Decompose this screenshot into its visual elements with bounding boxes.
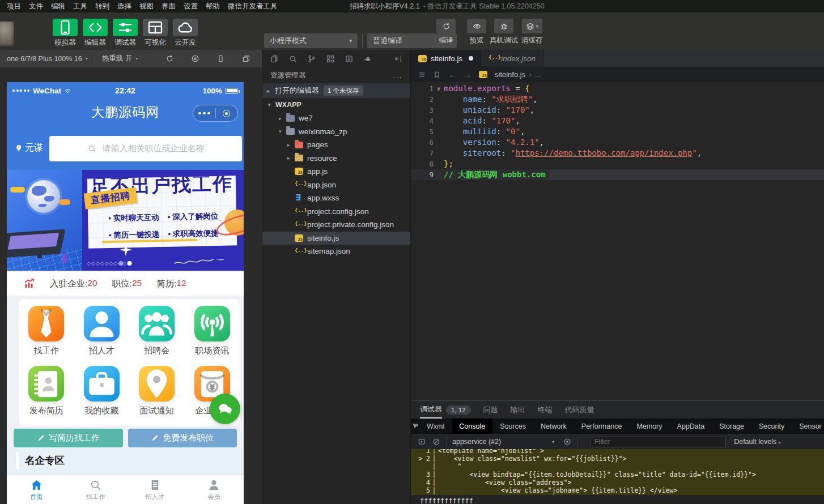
- tab-bar-item[interactable]: 会员: [185, 475, 244, 504]
- devtools-tab[interactable]: Console: [452, 418, 492, 434]
- console-output[interactable]: 1|<template name="njoblist" >> 2| <view …: [411, 449, 824, 504]
- avatar[interactable]: [0, 22, 14, 46]
- editor-tab[interactable]: siteinfo.js: [411, 50, 481, 67]
- file-tree-row[interactable]: app.json: [262, 178, 410, 192]
- toolbar-action[interactable]: ▾ 清缓存: [521, 19, 543, 45]
- debugger-tab[interactable]: 输出: [511, 401, 525, 418]
- activity-bar-icon[interactable]: [270, 54, 279, 63]
- devtools-tab[interactable]: Sources: [492, 418, 533, 434]
- debugger-tab[interactable]: 调试器 1, 12: [420, 401, 471, 418]
- debugger-tab[interactable]: 终端: [538, 401, 553, 418]
- file-tree-row[interactable]: app.js: [262, 165, 410, 178]
- menu-item[interactable]: 微信开发者工具: [228, 2, 278, 11]
- activity-bar-icon[interactable]: [288, 54, 298, 63]
- file-tree-row[interactable]: project.config.json: [262, 205, 410, 219]
- menu-item[interactable]: 视图: [139, 2, 154, 11]
- inspect-element-icon[interactable]: [411, 422, 419, 430]
- file-tree-row[interactable]: ▾ weixinmao_zp: [262, 125, 410, 139]
- chat-fab[interactable]: [210, 394, 240, 424]
- carousel-dots[interactable]: [119, 261, 132, 266]
- device-select[interactable]: one 6/7/8 Plus 100% 16 ▾: [0, 50, 95, 67]
- tab-bar-item[interactable]: 招人才: [125, 475, 185, 504]
- banner-carousel[interactable]: 足不出户找工作 • 实时聊天互动 • 深入了解岗位 • 简历一键投递 • 求职高…: [7, 170, 244, 271]
- code-editor[interactable]: 1∨module.exports = {2 name: "求职招聘",3 uni…: [411, 82, 824, 180]
- menu-item[interactable]: 项目: [7, 2, 21, 11]
- devtools-tab[interactable]: Sensor: [792, 418, 824, 434]
- tab-bar-item[interactable]: 找工作: [66, 475, 126, 504]
- log-levels-select[interactable]: Default levels ▾: [734, 438, 781, 446]
- menu-item[interactable]: 转到: [95, 2, 109, 11]
- location-picker[interactable]: 元谋: [15, 142, 43, 154]
- file-tree-row[interactable]: siteinfo.js: [262, 232, 410, 245]
- menu-item[interactable]: 选择: [117, 2, 131, 11]
- toolbar-action[interactable]: 预览: [467, 19, 486, 45]
- panel-toggle-button[interactable]: 调试器: [112, 19, 138, 48]
- feature-grid-item[interactable]: 发布简历: [19, 366, 74, 421]
- toolbar-action[interactable]: 编译: [436, 19, 456, 45]
- live-expression-icon[interactable]: [563, 438, 571, 446]
- execution-context-select[interactable]: appservice (#2) ▾: [452, 438, 554, 446]
- search-input[interactable]: 请输入相关职位或企业名称: [49, 136, 242, 161]
- panel-toggle-button[interactable]: 编辑器: [82, 19, 108, 48]
- panel-toggle-button[interactable]: 可视化: [142, 19, 168, 48]
- console-filter-input[interactable]: [590, 437, 726, 447]
- clear-console-icon[interactable]: [432, 438, 440, 446]
- debugger-tab[interactable]: 问题: [483, 401, 498, 418]
- simulator-action-icon[interactable]: [242, 54, 250, 63]
- menu-item[interactable]: 设置: [184, 2, 198, 11]
- hot-reload-select[interactable]: 热重载 开 ▾: [95, 50, 145, 67]
- devtools-tab[interactable]: AppData: [670, 418, 712, 434]
- file-tree-row[interactable]: app.wxss: [262, 191, 410, 205]
- menu-item[interactable]: 文件: [29, 2, 43, 11]
- forward-arr-icon[interactable]: →: [464, 70, 472, 79]
- bookmark-icon[interactable]: [433, 71, 441, 79]
- mode-select[interactable]: 小程序模式 ▾: [264, 33, 358, 48]
- feature-grid-item[interactable]: 招聘会: [129, 306, 185, 361]
- feature-grid-item[interactable]: 我的收藏: [74, 366, 130, 421]
- file-tree-row[interactable]: project.private.config.json: [262, 218, 410, 232]
- activity-bar-icon[interactable]: [345, 54, 354, 63]
- breadcrumb-path[interactable]: siteinfo.js › ...: [479, 70, 541, 79]
- devtools-tab[interactable]: Wxml: [419, 418, 452, 434]
- tab-bar-item[interactable]: 首页: [7, 475, 66, 504]
- devtools-tab[interactable]: Storage: [712, 418, 751, 434]
- more-menu-icon[interactable]: [193, 112, 215, 115]
- activity-bar-icon[interactable]: [363, 54, 372, 63]
- activity-bar-icon[interactable]: [307, 54, 316, 63]
- editor-tab[interactable]: index.json: [481, 50, 543, 67]
- outline-list-icon[interactable]: [418, 71, 426, 79]
- close-target-icon[interactable]: [216, 110, 238, 117]
- devtools-tab[interactable]: Memory: [629, 418, 669, 434]
- panel-toggle-button[interactable]: 云开发: [172, 19, 198, 48]
- simulator-action-icon[interactable]: [165, 54, 174, 63]
- devtools-tab[interactable]: Security: [751, 418, 792, 434]
- back-arrow-icon[interactable]: ←: [448, 70, 456, 79]
- simulator-action-icon[interactable]: [191, 54, 199, 63]
- feature-grid-item[interactable]: 职场资讯: [185, 306, 240, 361]
- toolbar-action[interactable]: 真机调试: [490, 19, 518, 45]
- menu-item[interactable]: 界面: [162, 2, 176, 11]
- file-tree-row[interactable]: ▸ we7: [262, 112, 410, 125]
- file-tree-row[interactable]: ▸ resource: [262, 152, 410, 165]
- devtools-tab[interactable]: Performance: [574, 418, 630, 434]
- cta-button[interactable]: 写简历找工作: [14, 429, 123, 447]
- menu-item[interactable]: 帮助: [206, 2, 220, 11]
- tree-root-row[interactable]: ▾ WXAPP: [262, 98, 410, 112]
- feature-grid-item[interactable]: 找工作: [19, 306, 74, 361]
- simulator-action-icon[interactable]: [216, 54, 225, 63]
- cta-button[interactable]: 免费发布职位: [128, 429, 237, 447]
- panel-toggle-button[interactable]: 模拟器: [52, 19, 78, 48]
- more-actions-icon[interactable]: ...: [393, 72, 402, 80]
- collapse-sidebar-icon[interactable]: [394, 54, 403, 63]
- open-editors-row[interactable]: ▸ 打开的编辑器 1 个未保存: [262, 83, 410, 98]
- console-drawer-icon[interactable]: [418, 438, 426, 446]
- feature-grid-item[interactable]: 面试通知: [129, 366, 185, 421]
- file-tree-row[interactable]: sitemap.json: [262, 245, 410, 258]
- menu-item[interactable]: 工具: [73, 2, 87, 11]
- devtools-tab[interactable]: Network: [533, 418, 574, 434]
- menu-item[interactable]: 编辑: [51, 2, 65, 11]
- file-tree-row[interactable]: ▸ pages: [262, 138, 410, 152]
- debugger-tab[interactable]: 代码质量: [565, 401, 594, 418]
- activity-bar-icon[interactable]: [326, 54, 335, 63]
- feature-grid-item[interactable]: 招人才: [74, 306, 130, 361]
